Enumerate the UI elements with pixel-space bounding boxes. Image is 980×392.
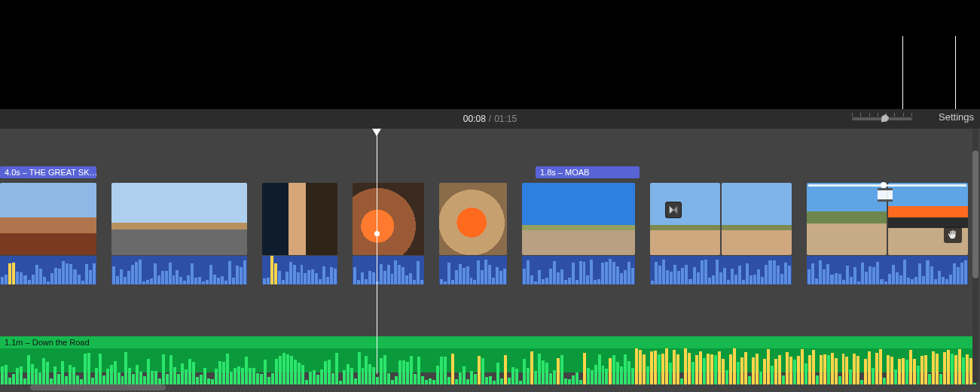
clip-audio-waveform <box>262 256 337 284</box>
transition-icon[interactable] <box>665 202 682 218</box>
clip-audio-waveform <box>0 256 96 284</box>
video-clip[interactable] <box>262 166 337 284</box>
ken-burns-track[interactable] <box>808 184 966 187</box>
horizontal-scrollbar[interactable] <box>30 384 166 390</box>
clip-thumbnail <box>722 183 792 255</box>
vertical-scrollbar-thumb[interactable] <box>972 150 978 278</box>
clip-title-label: 4.0s – THE GREAT SK… <box>0 166 96 178</box>
preview-area <box>0 0 980 109</box>
clip-thumbnail <box>888 183 968 255</box>
music-clip-label: 1.1m – Down the Road <box>0 336 977 348</box>
clip-thumbnail <box>353 183 424 255</box>
settings-button[interactable]: Settings <box>939 111 974 123</box>
video-clip[interactable] <box>353 166 424 284</box>
callout-line-settings <box>955 36 956 113</box>
clip-thumbnails <box>439 183 507 255</box>
clip-thumbnail <box>439 183 507 255</box>
video-clip[interactable] <box>111 166 247 284</box>
clip-thumbnail <box>0 183 96 255</box>
clip-audio-waveform <box>650 256 792 284</box>
clip-thumbnail <box>111 183 247 255</box>
callout-line-zoom <box>902 36 903 113</box>
cross-dissolve-glyph <box>668 205 679 215</box>
music-waveform <box>0 348 977 384</box>
clip-audio-waveform <box>353 256 424 284</box>
playhead-time-current: 00:08 <box>463 114 486 124</box>
clip-title-label: 1.8s – MOAB <box>536 166 640 178</box>
film-frame-icon <box>878 188 893 202</box>
clip-thumbnail <box>807 183 887 255</box>
clip-thumbnails <box>650 183 792 255</box>
clip-audio-waveform <box>439 256 507 284</box>
music-clip[interactable]: 1.1m – Down the Road <box>0 336 977 372</box>
clip-audio-waveform <box>807 256 968 284</box>
clip-thumbnails <box>262 183 337 255</box>
primary-storyline[interactable]: 4.0s – THE GREAT SK…1.8s – MOAB <box>0 166 980 284</box>
timeline-panel[interactable]: 4.0s – THE GREAT SK…1.8s – MOAB 1.1m – D… <box>0 129 980 392</box>
clip-thumbnail <box>650 183 720 255</box>
video-clip[interactable] <box>807 166 968 284</box>
timeline-toolbar: 00:08 / 01:15 <box>0 109 980 129</box>
clip-thumbnail <box>522 183 635 255</box>
video-clip[interactable]: 1.8s – MOAB <box>522 166 635 284</box>
clip-audio-waveform <box>522 256 635 284</box>
clip-thumbnail <box>262 183 337 255</box>
clip-thumbnails <box>353 183 424 255</box>
stabilize-hand-icon <box>944 226 962 243</box>
video-clip[interactable] <box>439 166 507 284</box>
time-separator: / <box>489 114 491 124</box>
clip-thumbnails <box>0 183 96 255</box>
video-clip[interactable] <box>650 166 792 284</box>
playhead-marker-dot <box>374 231 380 236</box>
clip-thumbnails <box>111 183 247 255</box>
project-duration: 01:15 <box>494 114 517 124</box>
timeline-zoom-slider[interactable] <box>852 112 912 126</box>
clip-audio-waveform <box>111 256 247 284</box>
video-clip[interactable]: 4.0s – THE GREAT SK… <box>0 166 96 284</box>
clip-thumbnails <box>522 183 635 255</box>
playhead-line <box>377 132 377 374</box>
